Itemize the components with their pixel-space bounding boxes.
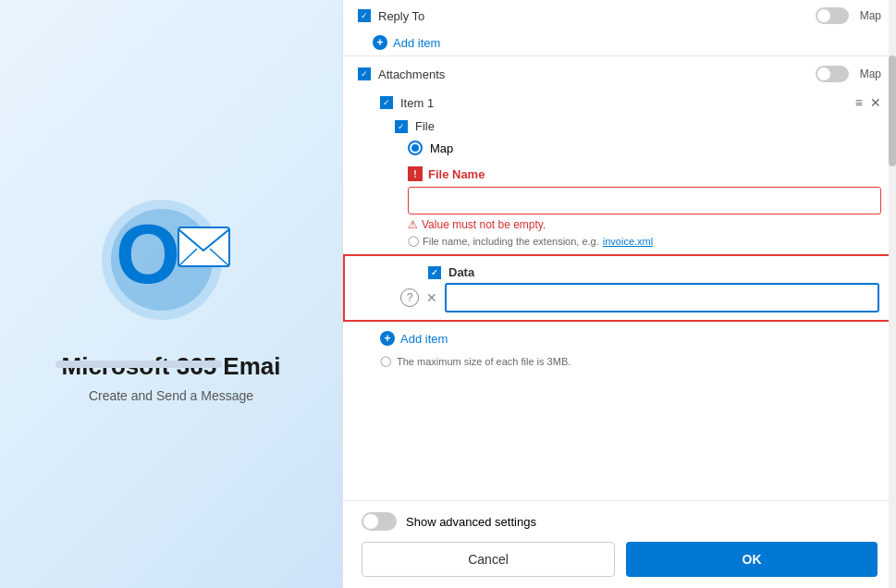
map-radio-btn[interactable]: [408, 141, 423, 155]
add-item-reply-row[interactable]: + Add item: [343, 31, 896, 54]
reply-to-label: Reply To: [378, 9, 808, 23]
attachments-row: Attachments Map: [343, 58, 896, 90]
app-subtitle: Create and Send a Message: [89, 388, 253, 403]
file-name-label: File Name: [428, 167, 485, 181]
file-checkbox[interactable]: [395, 120, 408, 133]
reply-to-checkbox[interactable]: [358, 9, 371, 22]
data-clear-btn[interactable]: ✕: [426, 290, 437, 305]
add-item-attachments-icon: +: [380, 331, 395, 346]
svg-rect-3: [178, 227, 229, 266]
footer: Show advanced settings Cancel OK: [343, 500, 896, 588]
show-advanced-toggle[interactable]: [362, 512, 397, 531]
map-radio-row: Map: [343, 137, 896, 159]
data-label-container: Data: [345, 263, 894, 283]
hint-icon: ◯: [408, 235, 419, 247]
divider-1: [343, 55, 896, 56]
reply-to-toggle-label: Map: [860, 9, 881, 22]
scrollbar-thumb: [889, 55, 896, 166]
show-advanced-label: Show advanced settings: [406, 515, 536, 529]
data-label: Data: [448, 265, 474, 279]
max-size-hint-row: ◯ The maximum size of each file is 3MB.: [343, 351, 896, 371]
map-radio-label: Map: [430, 141, 453, 155]
add-item-reply-label: Add item: [393, 36, 440, 50]
right-panel: Reply To Map + Add item Attachments Map …: [342, 0, 896, 588]
question-icon[interactable]: ?: [400, 288, 419, 307]
file-name-hint: ◯ File name, including the extension, e.…: [408, 235, 881, 247]
attachments-toggle[interactable]: [816, 66, 849, 82]
item1-checkbox[interactable]: [380, 96, 393, 109]
hint-link[interactable]: invoice.xml: [603, 236, 653, 247]
file-name-header: ! File Name: [408, 166, 881, 181]
warn-icon: ⚠: [408, 218, 418, 231]
file-name-section: ! File Name ⚠ Value must not be empty. ◯…: [343, 159, 896, 251]
hint-text: File name, including the extension, e.g.: [423, 236, 599, 247]
btn-row: Cancel OK: [362, 542, 878, 577]
panel-content: Reply To Map + Add item Attachments Map …: [343, 0, 896, 500]
svg-text:O: O: [116, 208, 180, 300]
item1-row: Item 1 ≡ ✕: [343, 90, 896, 116]
max-size-icon: ◯: [380, 355, 391, 367]
cancel-button[interactable]: Cancel: [362, 542, 615, 577]
file-label: File: [415, 119, 881, 133]
item1-menu-icon[interactable]: ≡: [855, 95, 863, 110]
item1-label: Item 1: [400, 96, 848, 110]
item1-close-icon[interactable]: ✕: [870, 95, 881, 110]
file-row: File: [343, 116, 896, 137]
file-name-error-icon: !: [408, 166, 423, 181]
ok-button[interactable]: OK: [626, 542, 878, 577]
file-name-error-msg: ⚠ Value must not be empty.: [408, 218, 881, 231]
data-input[interactable]: [445, 283, 879, 312]
reply-to-row: Reply To Map: [343, 0, 896, 31]
max-size-text: The maximum size of each file is 3MB.: [397, 356, 571, 367]
data-input-row: ? ✕: [345, 283, 894, 312]
add-item-attachments-label: Add item: [400, 332, 448, 346]
data-section-wrapper: Data ? ✕: [343, 254, 896, 322]
attachments-label: Attachments: [378, 67, 808, 81]
attachments-toggle-label: Map: [860, 67, 881, 80]
show-advanced-row: Show advanced settings: [362, 512, 878, 531]
scroll-indicator: [55, 361, 222, 368]
file-name-input[interactable]: [408, 187, 881, 214]
data-checkbox[interactable]: [428, 266, 441, 279]
reply-to-toggle[interactable]: [816, 7, 849, 24]
add-item-attachments-row[interactable]: + Add item: [343, 325, 896, 351]
attachments-checkbox[interactable]: [358, 67, 371, 80]
outlook-logo: O: [97, 186, 245, 334]
item1-actions: ≡ ✕: [855, 95, 881, 110]
left-panel: O Microsoft 365 Emai Create and Send a M…: [0, 0, 342, 588]
file-name-error-text: Value must not be empty.: [422, 218, 546, 231]
right-scrollbar[interactable]: [889, 0, 896, 588]
add-item-reply-icon: +: [373, 35, 387, 50]
